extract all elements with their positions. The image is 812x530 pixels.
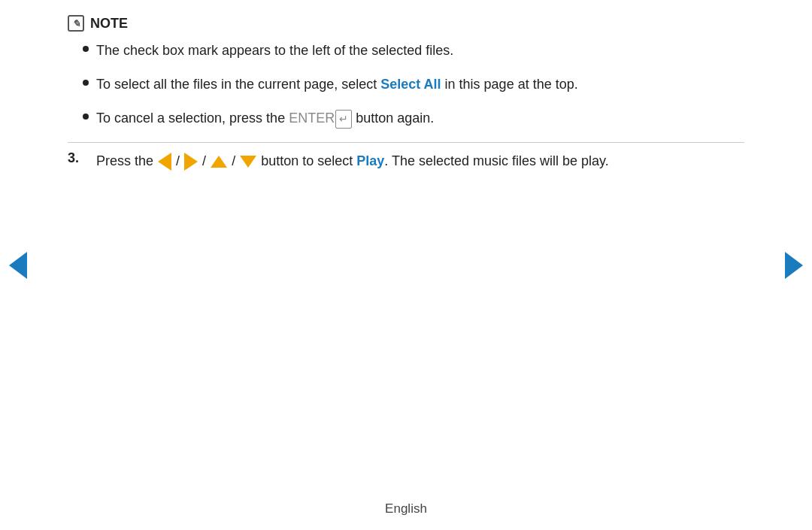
nav-prev-button[interactable] bbox=[9, 252, 27, 279]
step-number: 3. bbox=[68, 150, 89, 166]
bullet-text-3: To cancel a selection, press the ENTER↵ … bbox=[96, 108, 744, 129]
bullet-text-2-after: in this page at the top. bbox=[441, 77, 578, 92]
slash-3: / bbox=[232, 153, 239, 168]
bullet-list: The check box mark appears to the left o… bbox=[68, 41, 744, 129]
arrow-right-icon bbox=[184, 153, 198, 171]
page-footer: English bbox=[385, 501, 427, 516]
bullet-text-1: The check box mark appears to the left o… bbox=[96, 41, 744, 61]
note-label: NOTE bbox=[90, 16, 128, 32]
separator bbox=[68, 142, 744, 143]
bullet-dot bbox=[83, 80, 89, 86]
play-link[interactable]: Play bbox=[356, 153, 384, 168]
bullet-text-3-before: To cancel a selection, press the bbox=[96, 111, 289, 126]
step-text: Press the / / / button to select Play. T… bbox=[96, 150, 744, 172]
step-text-after: . The selected music files will be play. bbox=[384, 153, 608, 168]
step-3: 3. Press the / / / button to select Play… bbox=[68, 150, 744, 172]
arrow-down-icon bbox=[240, 156, 256, 168]
language-label: English bbox=[385, 501, 427, 516]
bullet-dot bbox=[83, 114, 89, 120]
enter-key-label: ENTER bbox=[289, 111, 335, 126]
step-text-before: Press the bbox=[96, 153, 157, 168]
arrow-left-icon bbox=[158, 153, 171, 171]
bullet-text-2: To select all the files in the current p… bbox=[96, 74, 744, 95]
note-section: ✎ NOTE The check box mark appears to the… bbox=[68, 15, 744, 129]
slash-1: / bbox=[176, 153, 183, 168]
list-item: To select all the files in the current p… bbox=[83, 74, 744, 95]
note-header: ✎ NOTE bbox=[68, 15, 744, 32]
select-all-link[interactable]: Select All bbox=[380, 77, 441, 92]
note-icon: ✎ bbox=[68, 15, 84, 32]
list-item: The check box mark appears to the left o… bbox=[83, 41, 744, 61]
bullet-text-3-after: button again. bbox=[352, 111, 434, 126]
step-text-middle: button to select bbox=[261, 153, 356, 168]
enter-icon: ↵ bbox=[335, 110, 352, 129]
slash-2: / bbox=[202, 153, 210, 168]
list-item: To cancel a selection, press the ENTER↵ … bbox=[83, 108, 744, 129]
arrow-up-icon bbox=[211, 156, 227, 168]
nav-next-button[interactable] bbox=[785, 252, 803, 279]
bullet-dot bbox=[83, 46, 89, 52]
bullet-text-2-before: To select all the files in the current p… bbox=[96, 77, 380, 92]
main-content: ✎ NOTE The check box mark appears to the… bbox=[0, 0, 812, 217]
